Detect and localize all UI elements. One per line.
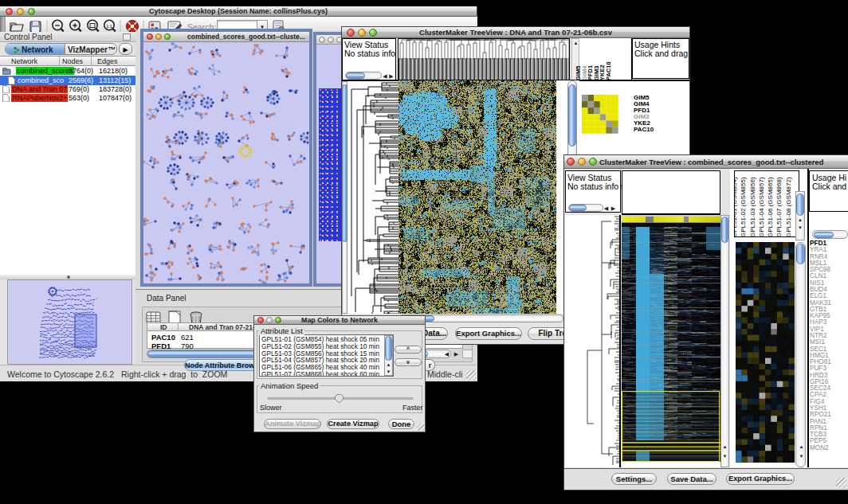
svg-text:1:1: 1:1 — [106, 24, 112, 29]
